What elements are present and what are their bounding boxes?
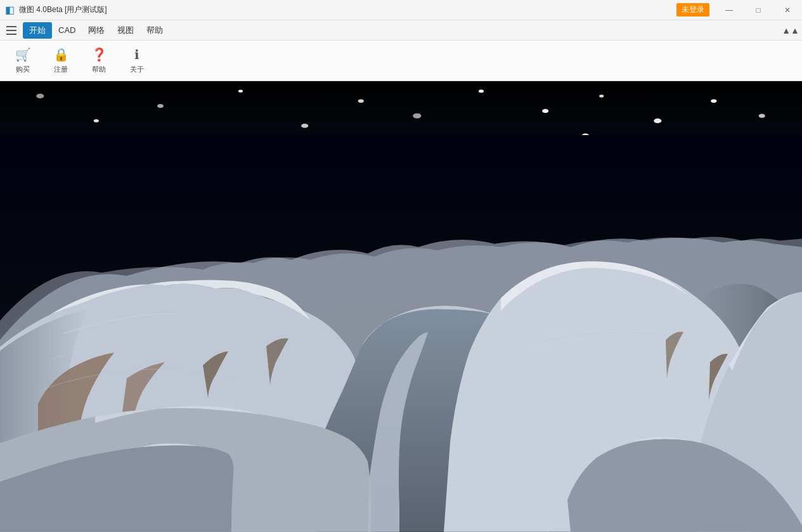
unlogged-button[interactable]: 未登录 bbox=[676, 3, 709, 16]
toolbar: 🛒 购买 🔒 注册 ❓ 帮助 ℹ 关于 bbox=[0, 41, 802, 81]
toolbar-buy[interactable]: 🛒 购买 bbox=[6, 43, 39, 79]
menu-item-view[interactable]: 视图 bbox=[111, 22, 140, 39]
titlebar: ◧ 微图 4.0Beta [用户测试版] 未登录 — □ ✕ bbox=[0, 0, 802, 20]
register-icon: 🔒 bbox=[53, 47, 68, 62]
svg-point-1 bbox=[94, 119, 99, 122]
mountain-scene: 2D ⛶ ⊕ + 头条 @水经注GIS 24小时客服电话：400-028-005… bbox=[0, 81, 802, 532]
menu-item-help[interactable]: 帮助 bbox=[140, 22, 169, 39]
svg-point-6 bbox=[413, 114, 421, 119]
toolbar-about[interactable]: ℹ 关于 bbox=[120, 43, 153, 79]
svg-point-2 bbox=[157, 104, 164, 108]
mountain-illustration bbox=[0, 135, 802, 532]
svg-point-11 bbox=[711, 99, 716, 103]
toolbar-help[interactable]: ❓ 帮助 bbox=[82, 43, 115, 79]
minimize-button[interactable]: — bbox=[715, 0, 744, 20]
svg-point-8 bbox=[542, 109, 548, 113]
about-label: 关于 bbox=[130, 65, 144, 74]
buy-icon: 🛒 bbox=[15, 47, 30, 62]
app-title: 微图 4.0Beta [用户测试版] bbox=[19, 4, 676, 15]
svg-point-7 bbox=[479, 89, 484, 93]
app-icon: ◧ bbox=[0, 0, 19, 20]
window-controls: — □ ✕ bbox=[715, 0, 802, 20]
toolbar-register[interactable]: 🔒 注册 bbox=[44, 43, 77, 79]
register-label: 注册 bbox=[54, 65, 68, 74]
svg-point-10 bbox=[654, 119, 661, 124]
menu-item-start[interactable]: 开始 bbox=[23, 22, 52, 39]
menubar: 开始 CAD 网络 视图 帮助 ▲▲ bbox=[0, 20, 802, 41]
collapse-button[interactable]: ▲▲ bbox=[782, 22, 799, 39]
svg-point-0 bbox=[36, 94, 44, 99]
help-label: 帮助 bbox=[92, 65, 106, 74]
menu-item-network[interactable]: 网络 bbox=[82, 22, 111, 39]
maximize-button[interactable]: □ bbox=[744, 0, 773, 20]
close-button[interactable]: ✕ bbox=[773, 0, 802, 20]
svg-point-5 bbox=[358, 99, 364, 103]
svg-point-9 bbox=[599, 94, 604, 97]
svg-point-12 bbox=[759, 114, 765, 118]
menu-item-cad[interactable]: CAD bbox=[52, 22, 82, 39]
buy-label: 购买 bbox=[16, 65, 30, 74]
svg-point-4 bbox=[301, 124, 308, 128]
svg-point-3 bbox=[238, 89, 243, 92]
help-icon: ❓ bbox=[91, 47, 107, 62]
hamburger-menu[interactable] bbox=[3, 22, 20, 39]
viewport[interactable]: 2D ⛶ ⊕ + 头条 @水经注GIS 24小时客服电话：400-028-005… bbox=[0, 81, 802, 532]
about-icon: ℹ bbox=[129, 47, 145, 62]
